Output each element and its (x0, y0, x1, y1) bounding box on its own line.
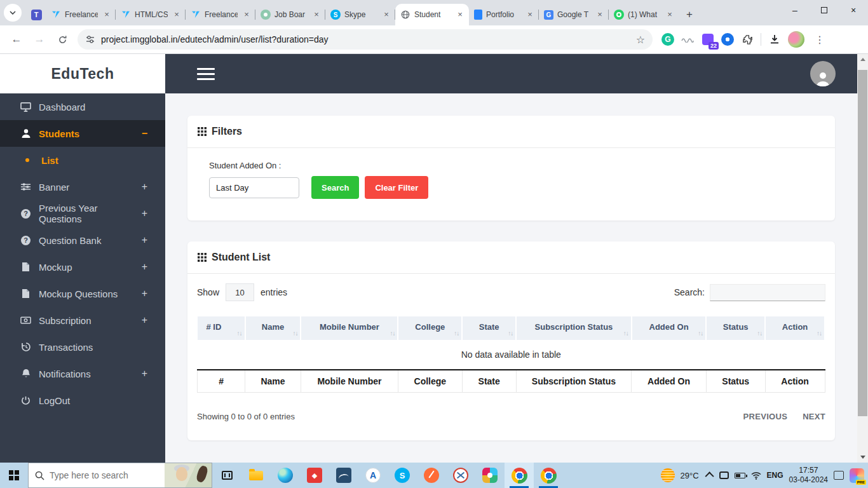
new-tab-button[interactable]: + (681, 6, 698, 23)
next-page-button[interactable]: NEXT (803, 412, 825, 421)
downloads-icon[interactable] (768, 32, 782, 46)
column-header-name[interactable]: Name↑↓ (245, 316, 301, 341)
tab-close-icon[interactable]: × (525, 10, 535, 20)
address-bar[interactable]: project.imgglobal.in/edutech/admin/user/… (78, 29, 653, 50)
wave-extension-icon[interactable] (681, 32, 695, 46)
tab-html-css[interactable]: HTML/CS × (116, 4, 186, 25)
copilot-preview-icon[interactable]: PRE (850, 468, 864, 483)
user-avatar[interactable] (810, 61, 836, 86)
tab-student-active[interactable]: Student × (395, 4, 469, 25)
reload-button[interactable] (52, 29, 72, 50)
taskbar-search-box[interactable] (28, 463, 212, 488)
window-maximize-button[interactable] (810, 0, 839, 20)
taskbar-search-input[interactable] (50, 470, 145, 480)
tab-job-board[interactable]: Job Boar × (255, 4, 325, 25)
tab-google-translate[interactable]: G Google T × (539, 4, 609, 25)
browser-profile-avatar[interactable] (788, 31, 804, 48)
expand-icon[interactable]: + (142, 181, 147, 193)
table-search-input[interactable] (710, 284, 825, 301)
column-header-action[interactable]: Action↑↓ (765, 316, 825, 341)
extensions-puzzle-icon[interactable] (740, 32, 754, 46)
sidebar-item-subscription[interactable]: Subscription + (0, 307, 165, 334)
url-text[interactable]: project.imgglobal.in/edutech/admin/user/… (101, 34, 636, 44)
wifi-icon[interactable] (751, 471, 761, 480)
page-scrollbar[interactable] (857, 54, 868, 463)
sidebar-item-mockup-questions[interactable]: Mockup Questions + (0, 280, 165, 307)
notification-center-icon[interactable] (834, 471, 844, 480)
sidebar-item-notifications[interactable]: Notifications + (0, 360, 165, 387)
column-header-subscription[interactable]: Subscription Status↑↓ (516, 316, 632, 341)
tab-portfolio[interactable]: Portfolio × (469, 4, 539, 25)
expand-icon[interactable]: + (142, 208, 147, 219)
sidebar-item-question-bank[interactable]: ? Question Bank + (0, 227, 165, 254)
red-app-button[interactable]: ◆ (300, 463, 329, 488)
file-explorer-button[interactable] (241, 463, 271, 488)
tab-close-icon[interactable]: × (595, 10, 605, 20)
tab-freelancer-1[interactable]: Freelance × (46, 4, 116, 25)
expand-icon[interactable]: + (142, 315, 147, 326)
tab-list-chevron-button[interactable] (4, 4, 22, 22)
chrome-button-active[interactable] (505, 463, 534, 488)
tab-close-icon[interactable]: × (665, 10, 675, 20)
column-header-status[interactable]: Status↑↓ (706, 316, 765, 341)
grammarly-icon[interactable]: G (661, 33, 674, 46)
bookmark-star-icon[interactable]: ☆ (636, 34, 645, 46)
weather-sun-icon[interactable] (661, 468, 675, 482)
forward-button[interactable]: → (29, 29, 50, 50)
browser-menu-kebab-icon[interactable]: ⋮ (811, 34, 829, 46)
hamburger-menu-icon[interactable] (197, 68, 215, 80)
sidebar-item-students[interactable]: Students − (0, 120, 165, 147)
site-info-icon[interactable] (85, 35, 95, 44)
previous-page-button[interactable]: PREVIOUS (743, 412, 788, 421)
scrollbar-thumb[interactable] (858, 70, 867, 416)
chrome-button-2[interactable] (534, 463, 563, 488)
brand-logo[interactable]: EduTech (0, 54, 165, 93)
tab-close-icon[interactable]: × (172, 10, 182, 20)
search-doodle-image[interactable] (165, 463, 212, 487)
expand-icon[interactable]: + (142, 288, 147, 299)
task-view-button[interactable] (212, 463, 241, 488)
postman-button[interactable] (417, 463, 446, 488)
snipping-tool-button[interactable] (446, 463, 475, 488)
column-header-college[interactable]: College↑↓ (398, 316, 462, 341)
window-minimize-button[interactable]: – (780, 0, 810, 20)
edge-button[interactable] (271, 463, 300, 488)
expand-icon[interactable]: + (142, 261, 147, 273)
clock[interactable]: 17:57 03-04-2024 (789, 466, 828, 485)
tab-close-icon[interactable]: × (455, 10, 465, 20)
start-button[interactable] (0, 463, 28, 488)
column-header-mobile[interactable]: Mobile Number↑↓ (301, 316, 398, 341)
pinned-tab-teams[interactable]: T (27, 4, 46, 25)
sidebar-item-banner[interactable]: Banner + (0, 173, 165, 200)
purple-extension-icon[interactable]: 22 (701, 32, 715, 46)
tab-whatsapp[interactable]: (1) What × (609, 4, 679, 25)
duration-select[interactable]: Last Day (209, 177, 299, 198)
tab-close-icon[interactable]: × (311, 10, 322, 20)
sidebar-item-dashboard[interactable]: Dashboard (0, 93, 165, 120)
language-indicator[interactable]: ENG (767, 471, 783, 480)
sidebar-item-logout[interactable]: LogOut (0, 387, 165, 414)
scrollbar-down-arrow[interactable] (857, 452, 868, 463)
tray-chevron-up-icon[interactable] (705, 471, 714, 480)
design-app-button[interactable] (329, 463, 358, 488)
tab-close-icon[interactable]: × (381, 10, 391, 20)
back-button[interactable]: ← (6, 29, 27, 50)
collapse-icon[interactable]: − (142, 128, 147, 139)
sidebar-item-transactions[interactable]: Transactions (0, 334, 165, 360)
slack-button[interactable] (475, 463, 505, 488)
tab-skype[interactable]: S Skype × (325, 4, 395, 25)
column-header-state[interactable]: State↑↓ (462, 316, 516, 341)
search-button[interactable]: Search (311, 176, 359, 199)
expand-icon[interactable]: + (142, 234, 147, 246)
skype-taskbar-button[interactable]: S (388, 463, 417, 488)
a-app-button[interactable]: A (358, 463, 388, 488)
tab-freelancer-2[interactable]: Freelance × (186, 4, 255, 25)
blue-extension-icon[interactable] (721, 33, 734, 46)
column-header-added-on[interactable]: Added On↑↓ (632, 316, 707, 341)
clear-filter-button[interactable]: Clear Filter (365, 176, 428, 199)
window-close-button[interactable]: × (839, 0, 868, 20)
page-size-select[interactable]: 10 (226, 283, 254, 301)
sidebar-item-mockup[interactable]: Mockup + (0, 254, 165, 280)
temperature[interactable]: 29°C (681, 471, 699, 480)
expand-icon[interactable]: + (142, 368, 147, 379)
